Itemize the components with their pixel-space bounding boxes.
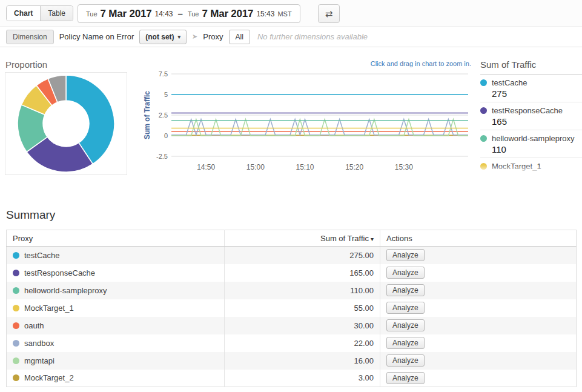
summary-row-sandbox: sandbox22.00Analyze <box>7 334 577 352</box>
line-chart-panel: 7.552.50-2.514:5015:0015:1015:2015:30Sum… <box>142 68 472 174</box>
end-weekday: Tue <box>188 10 199 18</box>
refresh-icon: ⇄ <box>325 8 333 19</box>
proxy-all-button[interactable]: All <box>229 30 250 44</box>
y-tick-label: 2.5 <box>159 111 168 119</box>
proxy-name: MockTarget_1 <box>24 304 74 313</box>
traffic-column-label: Sum of Traffic <box>320 234 369 243</box>
legend-color-dot <box>480 135 487 142</box>
analytics-dashboard: Chart Table Tue 7 Mar 2017 14:43 – Tue 7… <box>0 0 582 392</box>
start-weekday: Tue <box>86 10 98 18</box>
traffic-value: 3.00 <box>225 370 380 387</box>
policy-dimension-label: Policy Name on Error <box>59 32 134 41</box>
legend-color-dot <box>480 79 487 86</box>
start-date: 7 Mar 2017 <box>101 8 152 20</box>
proportion-title: Proportion <box>5 59 47 70</box>
legend-series-value: 55 <box>480 172 582 173</box>
series-color-dot <box>13 270 19 276</box>
summary-row-mgmtapi: mgmtapi16.00Analyze <box>7 352 577 370</box>
legend-item-testResponseCache[interactable]: testResponseCache165 <box>480 102 582 130</box>
legend-series-name: MockTarget_1 <box>492 162 541 171</box>
summary-row-oauth: oauth30.00Analyze <box>7 317 577 334</box>
start-time: 14:43 <box>155 10 173 18</box>
summary-row-testResponseCache: testResponseCache165.00Analyze <box>7 264 577 282</box>
summary-title: Summary <box>6 208 55 222</box>
legend-series-name: testResponseCache <box>492 106 563 115</box>
proxy-name: testCache <box>24 251 60 260</box>
x-tick-label: 15:30 <box>395 163 413 171</box>
legend-series-name: helloworld-sampleproxy <box>492 134 575 143</box>
series-line-sandbox <box>171 119 468 135</box>
table-tab-button[interactable]: Table <box>40 6 73 21</box>
analyze-button[interactable]: Analyze <box>386 354 425 367</box>
traffic-value: 275.00 <box>225 247 380 264</box>
analyze-button[interactable]: Analyze <box>386 337 425 349</box>
range-separator: – <box>176 8 185 19</box>
proxy-name: mgmtapi <box>24 356 55 365</box>
series-color-dot <box>13 340 19 347</box>
traffic-line-chart[interactable]: 7.552.50-2.514:5015:0015:1015:2015:30Sum… <box>142 68 472 174</box>
date-range-picker[interactable]: Tue 7 Mar 2017 14:43 – Tue 7 Mar 2017 15… <box>78 4 300 23</box>
legend-series-value: 165 <box>480 116 582 127</box>
end-time: 15:43 <box>256 10 274 18</box>
summary-table: Proxy Sum of Traffic▾ Actions testCache2… <box>6 230 577 387</box>
zoom-hint: Click and drag in chart to zoom in. <box>315 60 471 67</box>
caret-down-icon: ▾ <box>178 34 181 40</box>
legend-items: testCache275testResponseCache165hellowor… <box>480 75 582 173</box>
policy-value: (not set) <box>145 33 174 41</box>
chevron-right-icon: ➤ <box>192 33 197 41</box>
timezone-label: MST <box>277 10 291 18</box>
traffic-value: 55.00 <box>225 299 380 317</box>
traffic-column-header[interactable]: Sum of Traffic▾ <box>225 230 380 247</box>
series-line-mgmtapi <box>171 119 468 136</box>
sort-desc-icon: ▾ <box>371 236 374 242</box>
series-color-dot <box>13 305 19 311</box>
traffic-value: 16.00 <box>225 352 380 370</box>
chart-tab-button[interactable]: Chart <box>7 6 40 21</box>
legend-item-testCache[interactable]: testCache275 <box>480 75 582 102</box>
proxy-name: MockTarget_2 <box>24 373 74 382</box>
traffic-value: 30.00 <box>225 317 380 334</box>
view-toggle: Chart Table <box>6 5 73 21</box>
end-date: 7 Mar 2017 <box>202 8 253 20</box>
toolbar: Chart Table Tue 7 Mar 2017 14:43 – Tue 7… <box>0 0 582 27</box>
analyze-button[interactable]: Analyze <box>386 372 425 384</box>
legend-item-helloworld-sampleproxy[interactable]: helloworld-sampleproxy110 <box>480 130 582 158</box>
policy-value-dropdown[interactable]: (not set) ▾ <box>139 30 187 44</box>
x-tick-label: 14:50 <box>197 163 215 171</box>
analyze-button[interactable]: Analyze <box>386 302 425 314</box>
no-dimensions-note: No further dimensions available <box>257 32 368 41</box>
analyze-button[interactable]: Analyze <box>386 319 425 331</box>
legend-title: Sum of Traffic <box>480 59 582 75</box>
series-color-dot <box>13 252 19 259</box>
x-tick-label: 15:00 <box>246 163 265 171</box>
dimension-bar: Dimension Policy Name on Error (not set)… <box>0 27 582 47</box>
proportion-donut-chart[interactable] <box>5 73 127 174</box>
analyze-button[interactable]: Analyze <box>386 284 425 296</box>
traffic-value: 110.00 <box>225 282 380 299</box>
summary-row-testCache: testCache275.00Analyze <box>7 247 577 264</box>
x-tick-label: 15:20 <box>345 163 363 171</box>
y-tick-label: -2.5 <box>156 153 168 160</box>
legend-series-name: testCache <box>492 78 527 87</box>
legend-item-MockTarget_1[interactable]: MockTarget_155 <box>480 158 582 173</box>
proxy-name: sandbox <box>24 339 54 348</box>
summary-row-MockTarget_1: MockTarget_155.00Analyze <box>7 299 577 317</box>
proxy-name: oauth <box>24 321 44 330</box>
refresh-button[interactable]: ⇄ <box>318 4 340 23</box>
series-color-dot <box>13 287 19 294</box>
y-axis-label: Sum of Traffic <box>143 91 151 139</box>
chart-legend: Sum of Traffic testCache275testResponseC… <box>480 59 582 173</box>
proportion-donut-panel <box>5 72 127 175</box>
legend-color-dot <box>480 163 487 170</box>
analyze-button[interactable]: Analyze <box>386 267 425 279</box>
x-tick-label: 15:10 <box>296 163 314 171</box>
series-color-dot <box>13 357 19 364</box>
summary-header-row: Proxy Sum of Traffic▾ Actions <box>7 230 577 247</box>
actions-column-header: Actions <box>380 230 577 247</box>
series-color-dot <box>13 374 19 381</box>
analyze-button[interactable]: Analyze <box>386 249 425 261</box>
legend-series-value: 275 <box>480 88 582 99</box>
y-tick-label: 7.5 <box>159 70 168 78</box>
summary-row-helloworld-sampleproxy: helloworld-sampleproxy110.00Analyze <box>7 282 577 299</box>
legend-series-value: 110 <box>480 144 582 154</box>
